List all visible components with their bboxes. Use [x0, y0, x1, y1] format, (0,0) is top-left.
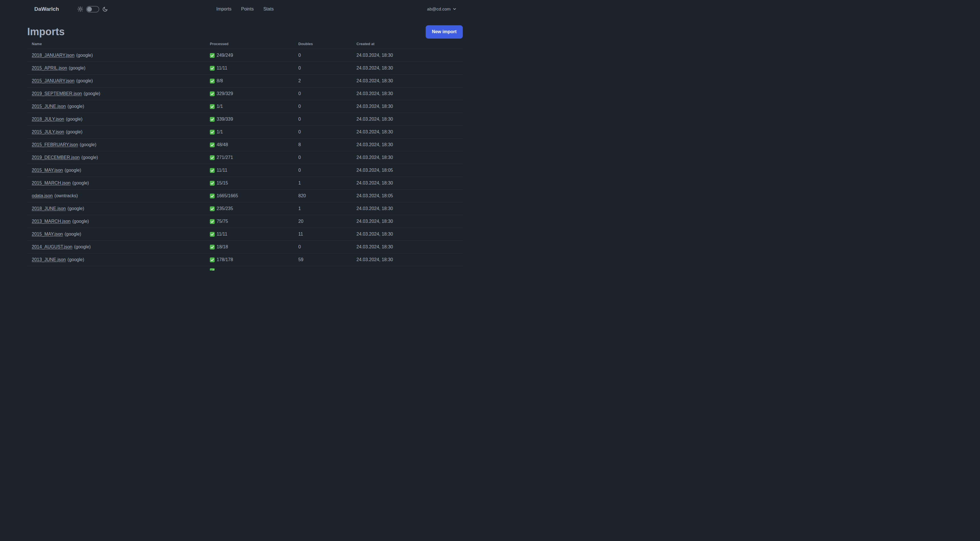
import-file-link[interactable]: 2015_MAY.json [32, 168, 63, 173]
theme-toggle-knob [87, 7, 92, 12]
import-file-link[interactable]: 2018_JANUARY.json [32, 53, 75, 58]
cell-created-at: 24.03.2024, 18:30 [356, 129, 463, 134]
import-file-link[interactable]: 2015_MAY.json [32, 231, 63, 237]
cell-name: 2015_MAY.json (google) [27, 168, 210, 173]
cell-created-at: 24.03.2024, 18:30 [356, 231, 463, 237]
success-check-icon [210, 206, 215, 211]
nav-link-points[interactable]: Points [241, 6, 253, 12]
cell-name: odata.json (owntracks) [27, 193, 210, 198]
cell-doubles: 0 [298, 168, 356, 173]
cell-name: 2019_SEPTEMBER.json (google) [27, 91, 210, 96]
import-source: (google) [66, 116, 83, 122]
import-file-link[interactable]: 2018_JUNE.json [32, 206, 66, 211]
import-file-link[interactable]: 2015_JUNE.json [32, 104, 66, 109]
table-row: 2018_JULY.json (google) 339/339 0 24.03.… [27, 113, 463, 126]
cell-doubles: 0 [298, 129, 356, 134]
cell-created-at: 24.03.2024, 18:30 [356, 142, 463, 147]
cell-processed: 1/1 [210, 104, 298, 109]
cell-created-at: 24.03.2024, 18:30 [356, 116, 463, 122]
cell-name: 2013_MARCH.json (google) [27, 219, 210, 224]
cell-doubles: 11 [298, 231, 356, 237]
import-file-link[interactable]: 2015_JANUARY.json [32, 78, 75, 83]
moon-icon [102, 6, 108, 12]
success-check-icon [210, 168, 215, 173]
table-row: 2015_MAY.json (google) 11/11 0 24.03.202… [27, 164, 463, 177]
cell-created-at: 24.03.2024, 18:05 [356, 168, 463, 173]
import-source: (google) [76, 53, 93, 58]
theme-toggle[interactable] [86, 6, 99, 13]
import-file-link[interactable]: odata.json [32, 193, 53, 198]
success-check-icon [210, 257, 215, 262]
processed-count: 339/339 [216, 116, 233, 122]
processed-count: 18/18 [216, 244, 228, 249]
success-check-icon [210, 66, 215, 71]
import-source: (google) [72, 219, 89, 224]
cell-processed: 249/249 [210, 53, 298, 58]
import-file-link[interactable]: 2013_JUNE.json [32, 257, 66, 262]
cell-name: 2019_DECEMBER.json (google) [27, 155, 210, 160]
processed-count: 178/178 [216, 257, 233, 262]
cell-doubles: 0 [298, 116, 356, 122]
success-check-icon [210, 130, 215, 134]
import-source: (google) [80, 142, 96, 147]
cell-created-at: 24.03.2024, 18:30 [356, 206, 463, 211]
cell-processed: 329/329 [210, 91, 298, 96]
account-menu[interactable]: ab@cd.com [427, 6, 457, 12]
cell-processed: 11/11 [210, 231, 298, 237]
nav-link-stats[interactable]: Stats [263, 6, 274, 12]
new-import-button[interactable]: New import [426, 25, 463, 38]
import-file-link[interactable]: 2015_APRIL.json [32, 65, 67, 71]
cell-doubles: 0 [298, 244, 356, 249]
cell-doubles: 1 [298, 206, 356, 211]
processed-count: 75/75 [216, 219, 228, 224]
cell-name: 2018_JANUARY.json (google) [27, 53, 210, 58]
chevron-down-icon [453, 7, 457, 11]
cell-doubles: 20 [298, 219, 356, 224]
cell-doubles: 59 [298, 257, 356, 262]
cell-created-at: 24.03.2024, 18:30 [356, 78, 463, 83]
brand-logo[interactable]: DaWarIch [34, 6, 59, 12]
table-row: 2018_JANUARY.json (google) 249/249 0 24.… [27, 49, 463, 62]
cell-created-at: 24.03.2024, 18:30 [356, 53, 463, 58]
cell-processed: 235/235 [210, 206, 298, 211]
import-file-link[interactable]: 2019_DECEMBER.json [32, 155, 80, 160]
import-source: (google) [84, 91, 100, 96]
success-check-icon [210, 193, 215, 198]
cell-doubles: 0 [298, 155, 356, 160]
import-source: (google) [65, 168, 81, 173]
page-title: Imports [27, 26, 65, 38]
cell-created-at: 24.03.2024, 18:30 [356, 104, 463, 109]
cell-processed: 11/11 [210, 65, 298, 71]
column-header-doubles: Doubles [298, 42, 356, 46]
table-row: 2015_JANUARY.json (google) 8/8 2 24.03.2… [27, 74, 463, 87]
cell-processed: 178/178 [210, 257, 298, 262]
cell-name: 2015_MAY.json (google) [27, 231, 210, 237]
table-row: 2018_JUNE.json (google) 235/235 1 24.03.… [27, 202, 463, 215]
nav-links: ImportsPointsStats [216, 6, 274, 12]
nav-link-imports[interactable]: Imports [216, 6, 231, 12]
success-check-icon [210, 268, 215, 270]
import-source: (google) [69, 65, 86, 71]
cell-processed: 271/271 [210, 155, 298, 160]
cell-name: 2013_JUNE.json (google) [27, 257, 210, 262]
import-source: (google) [74, 244, 91, 249]
cell-name: 2015_JUNE.json (google) [27, 104, 210, 109]
import-file-link[interactable]: 2013_MARCH.json [32, 219, 71, 224]
import-file-link[interactable]: 2018_JULY.json [32, 116, 64, 122]
success-check-icon [210, 155, 215, 160]
import-source: (owntracks) [54, 193, 78, 198]
import-file-link[interactable]: 2014_AUGUST.json [32, 244, 72, 249]
import-file-link[interactable]: 2015_JULY.json [32, 129, 64, 134]
import-file-link[interactable]: 2015_FEBRUARY.json [32, 142, 78, 147]
table-row: 2015_JUNE.json (google) 1/1 0 24.03.2024… [27, 100, 463, 113]
cell-processed: 1/1 [210, 129, 298, 134]
import-file-link[interactable]: 2015_MARCH.json [32, 180, 71, 186]
success-check-icon [210, 245, 215, 249]
import-file-link[interactable]: 2019_SEPTEMBER.json [32, 91, 82, 96]
success-check-icon [210, 232, 215, 237]
cell-doubles: 820 [298, 193, 356, 198]
cell-processed: 339/339 [210, 116, 298, 122]
import-source: (google) [66, 129, 83, 134]
table-row: 2015_FEBRUARY.json (google) 48/48 8 24.0… [27, 138, 463, 151]
table-row: 2019_DECEMBER.json (google) 271/271 0 24… [27, 151, 463, 164]
